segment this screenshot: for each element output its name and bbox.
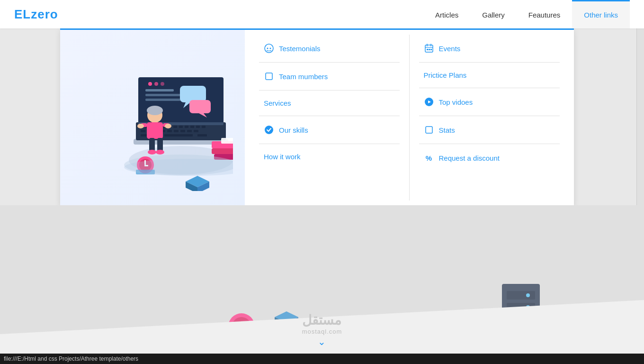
square-outline-icon xyxy=(264,71,274,82)
below-fold-area: مستقل mostaql.com ⌄ xyxy=(0,205,644,357)
menu-item-videos[interactable]: Top vidoes xyxy=(419,88,560,116)
menu-label-team: Team mumbers xyxy=(279,73,328,81)
menu-label-discount: Request a discount xyxy=(439,154,500,162)
svg-rect-58 xyxy=(221,138,233,144)
nav-articles[interactable]: Articles xyxy=(423,0,470,28)
svg-rect-22 xyxy=(187,130,192,132)
svg-point-36 xyxy=(147,106,163,115)
dropdown-illustration xyxy=(60,30,245,205)
svg-point-44 xyxy=(148,150,156,155)
svg-rect-20 xyxy=(174,130,179,132)
svg-rect-21 xyxy=(180,130,185,132)
menu-label-stats: Stats xyxy=(439,126,455,134)
menu-item-pricing[interactable]: Prictice Plans xyxy=(419,63,560,88)
menu-item-testemonials[interactable]: Testemonials xyxy=(259,35,400,63)
svg-point-74 xyxy=(267,48,268,49)
menu-left-column: Testemonials Team mumbers Services xyxy=(259,35,410,200)
svg-point-75 xyxy=(270,48,271,49)
menu-item-stats[interactable]: Stats xyxy=(419,116,560,144)
menu-label-testemonials: Testemonials xyxy=(279,45,321,53)
chevron-down-icon: ⌄ xyxy=(302,336,342,347)
svg-rect-31 xyxy=(145,99,181,101)
svg-rect-14 xyxy=(202,126,206,128)
svg-point-33 xyxy=(154,82,158,86)
svg-rect-15 xyxy=(141,130,145,132)
svg-rect-29 xyxy=(145,89,174,91)
svg-rect-26 xyxy=(197,134,207,136)
svg-rect-25 xyxy=(164,134,193,136)
watermark-latin: mostaql.com xyxy=(302,328,342,335)
svg-rect-23 xyxy=(194,130,198,132)
menu-item-events[interactable]: Events xyxy=(419,35,560,63)
menu-item-discount[interactable]: % Request a discount xyxy=(419,144,560,172)
svg-rect-12 xyxy=(190,126,194,128)
svg-rect-10 xyxy=(179,126,183,128)
dropdown-menu-content: Testemonials Team mumbers Services xyxy=(245,30,574,205)
calendar-icon xyxy=(424,43,434,54)
svg-rect-19 xyxy=(167,130,172,132)
status-bar: file:///E:/Html and css Projects/Athree … xyxy=(0,354,644,364)
menu-label-services: Services xyxy=(264,99,291,107)
menu-item-how-it-work[interactable]: How it work xyxy=(259,144,400,169)
menu-label-videos: Top vidoes xyxy=(439,98,473,106)
svg-rect-87 xyxy=(426,127,432,133)
svg-rect-43 xyxy=(157,138,163,151)
status-bar-text: file:///E:/Html and css Projects/Athree … xyxy=(4,355,138,362)
svg-point-34 xyxy=(161,82,164,86)
svg-rect-83 xyxy=(429,49,430,50)
square-icon-stats xyxy=(424,125,434,135)
menu-label-skills: Our skills xyxy=(279,126,308,134)
menu-item-skills[interactable]: Our skills xyxy=(259,116,400,144)
nav-links: Articles Gallery Feautures Other links xyxy=(423,0,630,28)
play-circle-icon xyxy=(424,97,434,107)
svg-point-98 xyxy=(526,293,530,297)
dropdown-menu: Testemonials Team mumbers Services xyxy=(60,28,574,205)
nav-gallery[interactable]: Gallery xyxy=(470,0,517,28)
svg-rect-82 xyxy=(427,49,428,50)
svg-point-45 xyxy=(156,150,164,155)
menu-item-services[interactable]: Services xyxy=(259,91,400,116)
svg-rect-63 xyxy=(180,86,206,102)
watermark: مستقل mostaql.com ⌄ xyxy=(302,312,342,347)
brand-logo[interactable]: ELzero xyxy=(14,7,58,22)
svg-point-32 xyxy=(148,82,152,86)
menu-label-how-it-work: How it work xyxy=(264,153,301,161)
watermark-arabic: مستقل xyxy=(302,313,341,328)
illustration-svg xyxy=(72,44,233,191)
svg-rect-9 xyxy=(173,126,177,128)
nav-feautures[interactable]: Feautures xyxy=(517,0,572,28)
menu-right-column: Events Prictice Plans Top vidoes xyxy=(410,35,560,200)
percent-icon: % xyxy=(424,153,434,163)
svg-rect-76 xyxy=(266,73,272,80)
svg-rect-13 xyxy=(196,126,200,128)
svg-point-77 xyxy=(265,126,273,134)
nav-other-links[interactable]: Other links xyxy=(572,0,630,28)
svg-rect-94 xyxy=(507,291,535,300)
svg-rect-42 xyxy=(149,138,155,151)
menu-label-pricing: Prictice Plans xyxy=(424,71,467,79)
navbar: ELzero Articles Gallery Feautures Other … xyxy=(0,0,644,28)
svg-rect-78 xyxy=(425,45,433,52)
menu-label-events: Events xyxy=(439,45,461,53)
svg-rect-11 xyxy=(185,126,188,128)
svg-point-40 xyxy=(137,124,144,128)
svg-point-41 xyxy=(165,124,171,128)
check-circle-icon xyxy=(264,125,274,135)
svg-rect-84 xyxy=(430,49,432,50)
svg-rect-65 xyxy=(189,100,211,113)
menu-item-team[interactable]: Team mumbers xyxy=(259,63,400,91)
svg-rect-37 xyxy=(147,122,163,139)
chat-icon xyxy=(264,43,274,54)
svg-rect-56 xyxy=(212,148,233,154)
